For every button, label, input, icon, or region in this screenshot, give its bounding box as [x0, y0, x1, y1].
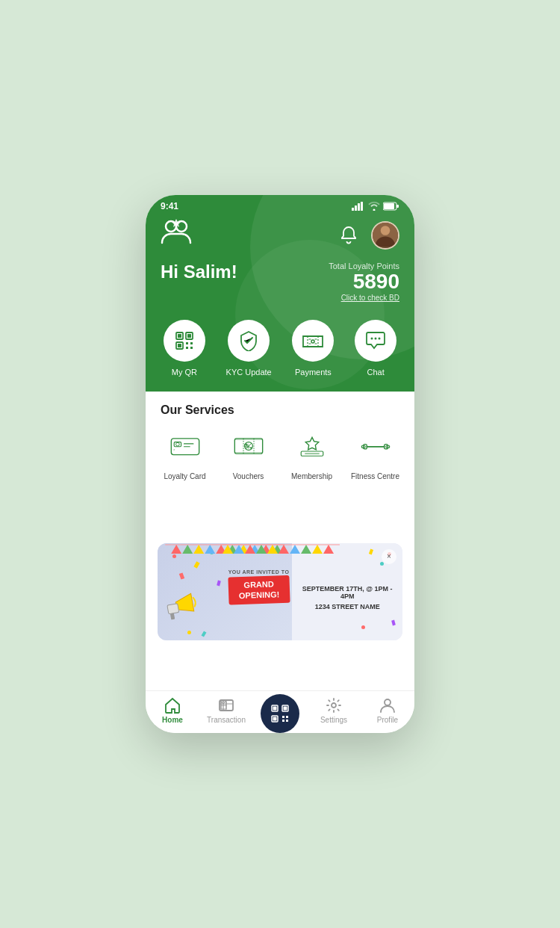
kyc-label: KYC Update	[226, 368, 272, 377]
svg-marker-52	[223, 545, 233, 554]
vouchers-icon: %	[228, 426, 269, 466]
svg-rect-17	[178, 344, 181, 347]
svg-rect-72	[286, 720, 288, 722]
services-grid: Loyalty Card %	[146, 426, 414, 492]
loyalty-points-block: Total Loyalty Points 5890 Click to check…	[329, 262, 399, 302]
greeting-row: Hi Salim! Total Loyalty Points 5890 Clic…	[161, 262, 399, 302]
svg-marker-54	[245, 545, 255, 554]
app-logo	[161, 219, 192, 251]
megaphone-svg	[160, 590, 202, 625]
transaction-icon	[218, 697, 234, 714]
svg-rect-13	[178, 334, 181, 338]
ticket-icon	[302, 332, 324, 350]
svg-marker-53	[234, 545, 244, 554]
svg-rect-21	[190, 347, 193, 349]
svg-marker-56	[267, 545, 278, 554]
fitness-icon	[355, 426, 396, 466]
vouchers-label: Vouchers	[233, 472, 264, 480]
chat-icon	[365, 331, 386, 350]
my-qr-circle	[164, 320, 205, 362]
profile-icon	[379, 697, 396, 714]
loyalty-card-label: Loyalty Card	[164, 472, 205, 480]
svg-point-28	[175, 442, 179, 446]
svg-marker-55	[256, 545, 267, 554]
vouchers-svg: %	[233, 430, 264, 462]
svg-point-11	[381, 226, 391, 235]
action-payments[interactable]: Payments	[292, 320, 334, 377]
svg-point-33	[249, 447, 251, 448]
shield-icon	[239, 330, 258, 351]
membership-svg	[296, 430, 328, 462]
nav-qr-icon	[270, 704, 290, 723]
svg-point-23	[371, 337, 373, 339]
svg-marker-61	[323, 545, 334, 554]
membership-label: Membership	[291, 472, 332, 480]
banner-content: YOU ARE INVITED TO GRANDOPENING!	[158, 543, 402, 640]
chat-label: Chat	[367, 368, 384, 377]
svg-marker-57	[279, 545, 289, 554]
loyalty-card-icon	[165, 426, 205, 466]
nav-home[interactable]: Home	[146, 697, 199, 724]
svg-rect-71	[282, 720, 284, 722]
chat-circle	[355, 320, 396, 362]
service-vouchers[interactable]: % Vouchers	[223, 426, 275, 480]
svg-marker-58	[290, 545, 300, 554]
svg-rect-66	[284, 707, 287, 711]
header-right	[335, 221, 399, 250]
nav-transaction[interactable]: Transaction	[199, 697, 253, 724]
white-section: Our Services Loyalty Card	[146, 392, 414, 690]
svg-rect-19	[190, 342, 193, 344]
my-qr-label: My QR	[172, 368, 197, 377]
invited-text: YOU ARE INVITED TO	[228, 570, 290, 575]
notification-bell[interactable]	[335, 222, 362, 249]
svg-point-24	[375, 337, 377, 339]
membership-icon	[292, 426, 332, 466]
greeting-text: Hi Salim!	[161, 262, 237, 282]
svg-rect-15	[187, 334, 191, 338]
nav-home-label: Home	[162, 716, 183, 724]
right-bunting-svg	[158, 543, 402, 558]
settings-icon	[326, 697, 342, 714]
banner-section: ×	[146, 537, 414, 652]
logo-svg	[161, 219, 192, 246]
svg-point-22	[311, 340, 314, 343]
service-membership[interactable]: Membership	[286, 426, 338, 480]
banner-date: SEPTEMBER 17TH, @ 1PM - 4PM	[299, 585, 395, 600]
action-my-qr[interactable]: My QR	[164, 320, 205, 377]
nav-qr-button[interactable]	[261, 694, 299, 733]
payments-circle	[292, 320, 334, 362]
svg-rect-18	[186, 342, 188, 344]
service-loyalty-card[interactable]: Loyalty Card	[159, 426, 211, 480]
kyc-circle	[228, 320, 270, 362]
nav-transaction-label: Transaction	[207, 716, 246, 724]
time-display: 9:41	[161, 201, 178, 211]
svg-rect-70	[286, 716, 288, 718]
user-avatar[interactable]	[371, 221, 399, 250]
nav-settings-label: Settings	[320, 716, 347, 724]
bell-svg	[340, 226, 357, 244]
nav-settings[interactable]: Settings	[307, 697, 361, 724]
avatar-svg	[373, 221, 398, 248]
svg-marker-59	[301, 545, 311, 554]
svg-rect-68	[273, 717, 277, 721]
qr-icon	[174, 330, 195, 351]
payments-label: Payments	[295, 368, 332, 377]
bottom-nav: Home Transaction	[146, 690, 414, 733]
quick-actions: My QR KYC Update	[146, 312, 414, 392]
action-chat[interactable]: Chat	[355, 320, 396, 377]
loyalty-value: 5890	[329, 270, 399, 294]
phone-container: 9:41	[146, 195, 414, 733]
service-fitness-centre[interactable]: Fitness Centre	[349, 426, 402, 480]
grand-opening-badge: GRANDOPENING!	[228, 575, 290, 604]
nav-profile[interactable]: Profile	[361, 697, 414, 724]
svg-point-74	[385, 699, 391, 705]
banner-address: 1234 STREET NAME	[299, 603, 395, 610]
svg-rect-20	[186, 347, 188, 349]
fitness-svg	[360, 430, 391, 462]
home-icon	[164, 697, 181, 714]
loyalty-card-svg	[169, 430, 201, 462]
svg-rect-69	[282, 716, 284, 718]
check-bd-link[interactable]: Click to check BD	[329, 294, 399, 302]
banner-close-button[interactable]: ×	[382, 549, 396, 564]
action-kyc-update[interactable]: KYC Update	[226, 320, 272, 377]
